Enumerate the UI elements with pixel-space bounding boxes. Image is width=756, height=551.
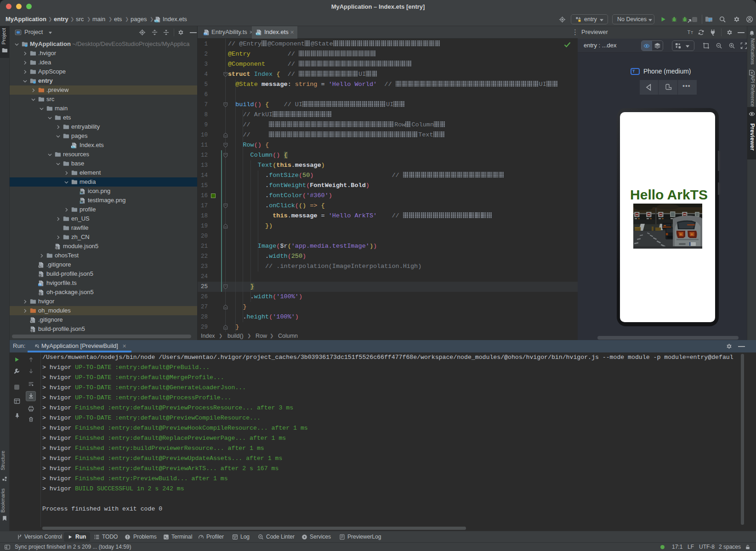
svg-text:TS: TS [204,32,207,35]
svg-text:ETS: ETS [256,33,260,35]
svg-text:T: T [691,30,693,35]
svg-text:ETS: ETS [71,146,75,148]
svg-text:T: T [687,29,690,35]
svg-text:TS: TS [39,283,42,286]
svg-text:ETS: ETS [154,20,159,22]
